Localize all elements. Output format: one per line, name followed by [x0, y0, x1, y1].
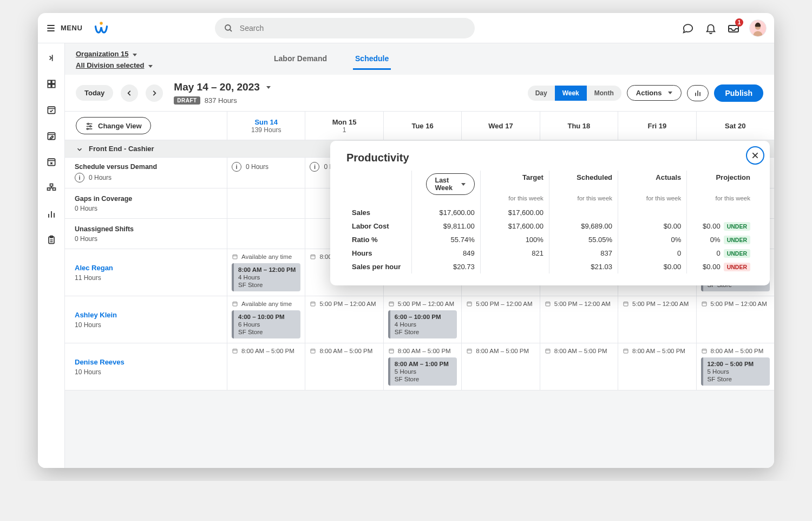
prev-week-button[interactable]	[121, 84, 138, 102]
availability-line: 8:00 AM – 5:00 PM	[545, 348, 613, 354]
day-cell[interactable]: i0 Hours	[227, 158, 305, 188]
calendar-edit-icon[interactable]	[45, 130, 57, 142]
day-header[interactable]: Mon 151	[305, 112, 383, 140]
calendar-icon	[623, 348, 629, 354]
svg-rect-60	[389, 302, 394, 307]
productivity-table: Last WeekTargetScheduledActualsProjectio…	[346, 171, 756, 273]
pop-value: $17,600.00	[411, 206, 480, 219]
inbox-button[interactable]: 1	[726, 21, 741, 35]
change-view-button[interactable]: Change View	[76, 117, 151, 134]
profile-avatar[interactable]	[749, 19, 767, 37]
calendar-x-icon[interactable]	[45, 156, 57, 168]
today-button[interactable]: Today	[76, 85, 113, 101]
org-icon[interactable]	[45, 182, 57, 194]
day-cell[interactable]: Available any time4:00 – 10:00 PM6 Hours…	[227, 296, 305, 343]
menu-button[interactable]: MENU	[45, 23, 82, 34]
close-button[interactable]	[746, 146, 764, 165]
day-header[interactable]: Sat 20	[697, 112, 774, 140]
svg-rect-74	[389, 349, 394, 354]
svg-point-39	[90, 126, 91, 127]
clipboard-icon[interactable]	[45, 234, 57, 246]
day-cell[interactable]: 8:00 AM – 5:00 PM8:00 AM – 1:00 PM5 Hour…	[384, 343, 462, 390]
chevron-down-icon[interactable]	[266, 86, 271, 89]
seg-month[interactable]: Month	[587, 86, 621, 101]
notifications-button[interactable]	[704, 21, 718, 35]
person-name[interactable]: Ashley Klein	[75, 311, 217, 319]
status-flag: UNDER	[724, 249, 750, 258]
shift-card[interactable]: 4:00 – 10:00 PM6 HoursSF Store	[232, 310, 300, 338]
pop-value: $17,600.00	[480, 206, 549, 219]
chat-button[interactable]	[681, 21, 695, 35]
shift-location: SF Store	[238, 282, 296, 288]
day-title: Sun 14	[254, 118, 278, 126]
info-icon[interactable]: i	[232, 162, 241, 172]
status-flag: UNDER	[724, 263, 750, 271]
shift-card[interactable]: 12:00 – 5:00 PM5 HoursSF Store	[701, 357, 770, 386]
day-cell[interactable]: 5:00 PM – 12:00 AM	[697, 296, 774, 343]
day-header[interactable]: Wed 17	[462, 112, 540, 140]
pop-projection: $0.00UNDER	[687, 219, 756, 233]
person-name[interactable]: Denise Reeves	[75, 358, 217, 366]
day-cell[interactable]: Available any time8:00 AM – 12:00 PM4 Ho…	[227, 249, 305, 296]
collapse-rail-icon[interactable]	[45, 52, 57, 64]
day-header[interactable]: Tue 16	[384, 112, 462, 140]
seg-week[interactable]: Week	[555, 86, 587, 101]
actions-button[interactable]: Actions	[627, 85, 682, 101]
shift-card[interactable]: 8:00 AM – 12:00 PM4 HoursSF Store	[232, 263, 300, 291]
person-label-cell: Ashley Klein10 Hours	[65, 296, 227, 343]
search-box[interactable]	[215, 18, 475, 38]
division-selector[interactable]: All Division selected	[76, 61, 144, 69]
day-cell[interactable]: 8:00 AM – 5:00 PM	[618, 343, 696, 390]
lastweek-filter[interactable]: Last Week	[426, 173, 475, 195]
day-cell[interactable]	[227, 219, 305, 249]
calendar-check-icon[interactable]	[45, 104, 57, 116]
pop-metric-label: Sales per hour	[346, 260, 411, 273]
shift-card[interactable]: 8:00 AM – 1:00 PM5 HoursSF Store	[388, 357, 457, 386]
publish-button[interactable]: Publish	[714, 84, 763, 102]
person-name[interactable]: Alec Regan	[75, 264, 217, 272]
info-icon[interactable]: i	[75, 173, 84, 183]
info-icon[interactable]: i	[310, 162, 319, 172]
search-input[interactable]	[239, 23, 466, 33]
calendar-icon	[545, 348, 551, 354]
day-cell[interactable]: 8:00 AM – 5:00 PM	[462, 343, 540, 390]
day-sub: 139 Hours	[251, 126, 281, 134]
svg-rect-17	[48, 159, 55, 166]
day-title: Wed 17	[488, 122, 513, 130]
org-selector[interactable]: Organization 15	[76, 50, 129, 58]
day-cell[interactable]: 8:00 AM – 5:00 PM	[227, 343, 305, 390]
analytics-icon[interactable]	[45, 208, 57, 220]
hours-meta: 837 Hours	[205, 96, 237, 105]
day-header[interactable]: Thu 18	[540, 112, 618, 140]
dashboard-icon[interactable]	[45, 78, 57, 90]
day-header[interactable]: Fri 19	[618, 112, 696, 140]
day-title: Fri 19	[647, 122, 666, 130]
seg-day[interactable]: Day	[528, 86, 555, 101]
calendar-icon	[310, 253, 316, 260]
day-cell[interactable]: 5:00 PM – 12:00 AM	[462, 296, 540, 343]
day-cell[interactable]: 8:00 AM – 5:00 PM	[305, 343, 383, 390]
day-title: Tue 16	[411, 122, 433, 130]
tab-labor-demand[interactable]: Labor Demand	[272, 49, 329, 70]
tab-schedule[interactable]: Schedule	[353, 49, 391, 70]
day-cell[interactable]	[227, 188, 305, 218]
svg-rect-21	[50, 184, 53, 186]
person-hours: 10 Hours	[75, 368, 217, 376]
chart-toggle-button[interactable]	[687, 85, 709, 101]
day-cell[interactable]: 5:00 PM – 12:00 AM	[305, 296, 383, 343]
app-logo[interactable]	[94, 21, 108, 35]
chevron-down-icon	[76, 146, 82, 152]
person-row: Denise Reeves10 Hours8:00 AM – 5:00 PM8:…	[65, 343, 774, 390]
day-cell[interactable]: 5:00 PM – 12:00 AM	[540, 296, 618, 343]
next-week-button[interactable]	[146, 84, 163, 102]
day-cell[interactable]: 5:00 PM – 12:00 AM	[618, 296, 696, 343]
pop-projection	[687, 206, 756, 219]
day-cell[interactable]: 8:00 AM – 5:00 PM	[540, 343, 618, 390]
availability-line: 5:00 PM – 12:00 AM	[701, 301, 770, 307]
day-header[interactable]: Sun 14139 Hours	[227, 112, 305, 140]
day-cell[interactable]: 5:00 PM – 12:00 AM6:00 – 10:00 PM4 Hours…	[384, 296, 462, 343]
shift-card[interactable]: 6:00 – 10:00 PM4 HoursSF Store	[388, 310, 457, 338]
pop-value: $9,811.00	[411, 219, 480, 233]
day-cell[interactable]: 8:00 AM – 5:00 PM12:00 – 5:00 PM5 HoursS…	[697, 343, 774, 390]
shift-hours: 5 Hours	[708, 368, 765, 375]
